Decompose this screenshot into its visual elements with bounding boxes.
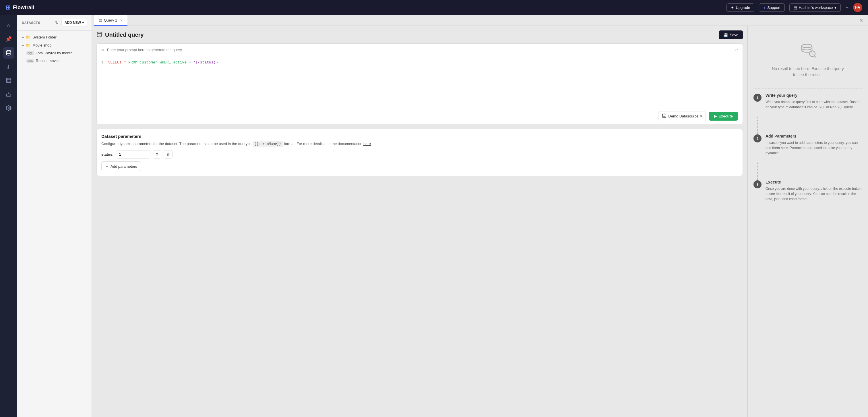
add-params-icon: ＋ xyxy=(105,164,109,169)
step-3-number: 3 xyxy=(753,180,762,188)
add-params-button[interactable]: ＋ Add parameters xyxy=(101,161,141,171)
chevron-icon: ▶ xyxy=(22,43,24,47)
code-select-kw: SELECT xyxy=(108,60,122,65)
no-result-area: No result to see here. Execute the query… xyxy=(753,32,862,84)
tab-close-icon[interactable]: ✕ xyxy=(120,19,123,22)
support-icon: ● xyxy=(763,5,766,10)
step-divider-dots-2 xyxy=(757,162,758,180)
step-2-desc: In case if you want to add parameters to… xyxy=(766,140,862,156)
svg-point-14 xyxy=(97,32,102,33)
step-2-content: Add Parameters In case if you want to ad… xyxy=(766,134,862,156)
datasource-button[interactable]: Demo Datasource ▾ xyxy=(658,111,706,121)
svg-point-16 xyxy=(802,44,812,48)
datasets-header: DATASETS ↻ ADD NEW ▾ xyxy=(17,15,92,31)
folder-item-system[interactable]: ▶ 📁 System Folder xyxy=(17,33,92,41)
avatar: HA xyxy=(853,3,862,12)
chevron-icon: ▶ xyxy=(22,36,24,39)
query-content: Untitled query 💾 Save ✏ ↩ 1SELECT * FROM… xyxy=(92,26,868,417)
logo-icon: ⊞ xyxy=(6,4,11,11)
add-new-chevron-icon: ▾ xyxy=(82,21,84,25)
step-2: 2 Add Parameters In case if you want to … xyxy=(753,134,862,156)
topnav: ⊞ Flowtrail ✦ Upgrade ● Support ▤ Hashim… xyxy=(0,0,868,15)
execute-play-icon: ▶ xyxy=(714,114,717,118)
step-2-title: Add Parameters xyxy=(766,134,862,139)
code-table: customer xyxy=(140,60,157,65)
refresh-button[interactable]: ↻ xyxy=(55,20,59,26)
param-format-token: {{paramName}} xyxy=(253,141,283,147)
code-where-kw: WHERE xyxy=(160,60,171,65)
query-title-icon xyxy=(96,32,102,38)
save-label: Save xyxy=(730,33,738,37)
tab-icon: ▤ xyxy=(99,18,102,22)
execute-label: Execute xyxy=(718,114,733,118)
doc-link[interactable]: here xyxy=(363,142,371,146)
add-params-label: Add parameters xyxy=(111,164,137,169)
folder-icon: 📁 xyxy=(26,35,31,39)
code-param: '{{status}}' xyxy=(193,60,220,65)
save-button[interactable]: 💾 Save xyxy=(719,30,743,39)
svg-point-13 xyxy=(8,108,9,109)
step-divider-dots-1 xyxy=(757,117,758,134)
svg-point-9 xyxy=(8,92,9,93)
sidebar-item-chart[interactable] xyxy=(3,61,14,72)
datasource-icon xyxy=(662,114,666,119)
code-eq: = xyxy=(187,60,193,65)
step-1-number: 1 xyxy=(753,94,762,102)
app-logo: ⊞ Flowtrail xyxy=(6,4,34,11)
query-item-payroll[interactable]: SQL Total Payroll by month xyxy=(17,49,92,57)
folder-item-movie[interactable]: ▶ 📁 Movie shop xyxy=(17,41,92,49)
no-result-icon xyxy=(799,40,817,62)
workspace-icon: ▤ xyxy=(794,5,797,10)
prompt-input[interactable] xyxy=(107,48,732,52)
query-name: Recent movies xyxy=(36,59,61,63)
save-icon: 💾 xyxy=(723,33,728,37)
workspace-button[interactable]: ▤ Hashim's workspace ▾ xyxy=(789,3,841,12)
step-3-title: Execute xyxy=(766,180,862,184)
workspace-label: Hashim's workspace xyxy=(799,5,833,10)
tab-query1[interactable]: ▤ Query 1 ✕ xyxy=(94,15,127,26)
main-layout: ⌂ 📌 xyxy=(0,15,868,417)
query-right-panel: No result to see here. Execute the query… xyxy=(747,26,868,417)
add-new-icon[interactable]: + xyxy=(845,5,848,11)
prompt-enter-icon[interactable]: ↩ xyxy=(734,47,738,53)
content-area: ▤ Query 1 ✕ ✕ Unti xyxy=(92,15,868,417)
line-number: 1 xyxy=(101,60,104,65)
execute-button[interactable]: ▶ Execute xyxy=(709,112,738,121)
prompt-icon: ✏ xyxy=(101,48,105,52)
tab-label: Query 1 xyxy=(104,18,117,22)
param-label: status: xyxy=(101,152,114,156)
panel-close-button[interactable]: ✕ xyxy=(857,16,866,25)
editor-code[interactable]: 1SELECT * FROM customer WHERE active = '… xyxy=(97,56,743,108)
sidebar-item-database[interactable] xyxy=(3,47,14,59)
dataset-params-section: Dataset parameters Configure dynamic par… xyxy=(96,129,743,176)
folder-name: Movie shop xyxy=(32,43,51,48)
sidebar-item-pin[interactable]: 📌 xyxy=(3,33,14,45)
query-item-movies[interactable]: SQL Recent movies xyxy=(17,57,92,65)
upgrade-button[interactable]: ✦ Upgrade xyxy=(726,3,754,12)
no-result-text: No result to see here. Execute the query… xyxy=(772,66,844,78)
datasets-list: ▶ 📁 System Folder ▶ 📁 Movie shop SQL Tot… xyxy=(17,31,92,67)
sidebar-item-home[interactable]: ⌂ xyxy=(3,20,14,31)
sql-badge: SQL xyxy=(26,51,34,55)
code-space3 xyxy=(137,60,140,65)
step-2-number: 2 xyxy=(753,135,762,143)
param-gear-button[interactable]: ⚙ xyxy=(153,150,161,158)
upgrade-icon: ✦ xyxy=(731,5,734,10)
param-value-input[interactable] xyxy=(116,150,150,158)
sidebar-item-bot[interactable] xyxy=(3,88,14,100)
params-row: status: ⚙ 🗑 xyxy=(101,150,738,158)
datasets-title: DATASETS xyxy=(22,21,52,24)
param-delete-button[interactable]: 🗑 xyxy=(164,150,173,158)
svg-line-19 xyxy=(811,53,813,55)
sidebar-item-table[interactable] xyxy=(3,75,14,86)
step-3: 3 Execute Once you are done with your qu… xyxy=(753,180,862,202)
editor-box: ✏ ↩ 1SELECT * FROM customer WHERE active… xyxy=(96,43,743,124)
svg-rect-4 xyxy=(7,79,11,83)
add-new-button[interactable]: ADD NEW ▾ xyxy=(61,19,87,26)
support-button[interactable]: ● Support xyxy=(759,3,784,12)
code-space2 xyxy=(126,60,128,65)
svg-rect-8 xyxy=(7,94,11,96)
sidebar-item-settings[interactable] xyxy=(3,102,14,114)
datasource-chevron-icon: ▾ xyxy=(700,114,702,118)
support-label: Support xyxy=(767,5,780,10)
